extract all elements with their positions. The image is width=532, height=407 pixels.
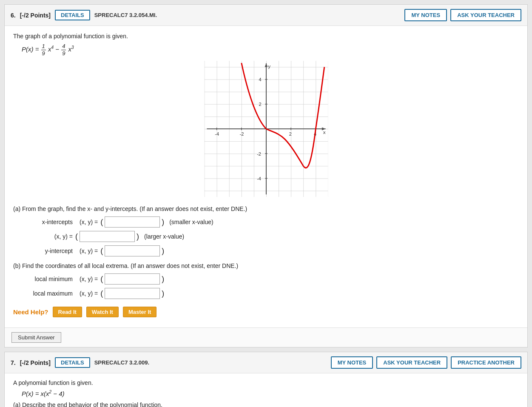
question-7-practice-another-button[interactable]: PRACTICE ANOTHER (451, 356, 521, 369)
xy-eq-label-5: (x, y) = (80, 290, 98, 297)
part-a-section: (a) From the graph, find the x- and y-in… (13, 205, 519, 256)
y-intercept-label: y-intercept (22, 248, 73, 254)
part-a-label: (a) From the graph, find the x- and y-in… (13, 205, 519, 212)
x-intercept-smaller-input[interactable] (105, 216, 160, 228)
close-paren-1: ) (162, 218, 164, 227)
question-7-details-button[interactable]: DETAILS (55, 357, 90, 368)
open-paren-4: ( (100, 275, 103, 284)
local-min-coord: ( ) (100, 273, 164, 285)
need-help-label: Need Help? (13, 308, 48, 316)
y-intercept-row: y-intercept (x, y) = ( ) (22, 245, 519, 256)
question-6-number: 6. (11, 12, 16, 19)
label-y-4: 4 (259, 77, 261, 82)
question-6-formula: P(x) = 1 9 x4 − 4 9 x3 (22, 43, 519, 57)
question-7-points: [-/2 Points] (20, 359, 51, 366)
larger-x-hint: (larger x-value) (144, 233, 184, 240)
question-6-block: 6. [-/2 Points] DETAILS SPRECALC7 3.2.05… (4, 4, 528, 347)
local-max-input[interactable] (105, 288, 160, 299)
y-intercept-coord: ( ) (100, 245, 164, 256)
open-paren-3: ( (100, 247, 103, 256)
question-7-formula: P(x) = x(x2 − 4) (22, 390, 519, 397)
x-intercept-smaller-coord: ( ) (100, 216, 164, 228)
xy-eq-label-2: (x, y) = (22, 233, 73, 240)
label-y-2: 2 (259, 102, 261, 107)
question-7-header-buttons: MY NOTES ASK YOUR TEACHER PRACTICE ANOTH… (331, 356, 521, 369)
question-6-header: 6. [-/2 Points] DETAILS SPRECALC7 3.2.05… (5, 5, 527, 26)
submit-answer-button[interactable]: Submit Answer (11, 332, 61, 343)
xy-eq-label-4: (x, y) = (80, 276, 98, 282)
question-6-body: The graph of a polynomial function is gi… (5, 26, 527, 327)
question-7-number: 7. (11, 359, 16, 366)
question-7-header-left: 7. [-/2 Points] DETAILS SPRECALC7 3.2.00… (11, 357, 149, 368)
question-6-code: SPRECALC7 3.2.054.MI. (94, 12, 157, 18)
submit-row: Submit Answer (5, 327, 527, 347)
x-intercept-smaller-row: x-intercepts (x, y) = ( ) (smaller x-val… (22, 216, 519, 228)
read-it-button[interactable]: Read It (53, 307, 82, 317)
close-paren-5: ) (162, 289, 164, 298)
smaller-x-hint: (smaller x-value) (169, 219, 213, 225)
part-b-section: (b) Find the coordinates of all local ex… (13, 262, 519, 299)
open-paren-1: ( (100, 218, 103, 227)
question-6-details-button[interactable]: DETAILS (55, 10, 90, 20)
x-intercept-larger-row: (x, y) = ( ) (larger x-value) (22, 231, 519, 242)
x-axis-label: x (323, 129, 325, 135)
question-6-header-buttons: MY NOTES ASK YOUR TEACHER (404, 9, 521, 21)
label-x-neg4: -4 (215, 131, 219, 137)
local-max-row: local maximum (x, y) = ( ) (22, 288, 519, 299)
question-7-header: 7. [-/2 Points] DETAILS SPRECALC7 3.2.00… (5, 352, 527, 373)
local-max-coord: ( ) (100, 288, 164, 299)
need-help-row: Need Help? Read It Watch It Master It (13, 307, 519, 317)
question-7-part-a-label: (a) Describe the end behavior of the pol… (13, 401, 519, 407)
question-6-my-notes-button[interactable]: MY NOTES (404, 9, 447, 21)
label-x-2: 2 (289, 131, 291, 137)
xy-eq-label-1: (x, y) = (80, 219, 98, 225)
watch-it-button[interactable]: Watch It (86, 307, 119, 317)
fraction-1-4: 1 9 (41, 43, 46, 57)
local-min-label: local minimum (22, 276, 73, 282)
question-6-description: The graph of a polynomial function is gi… (13, 33, 519, 40)
label-y-neg4: -4 (257, 176, 261, 181)
local-min-row: local minimum (x, y) = ( ) (22, 273, 519, 285)
question-7-ask-teacher-button[interactable]: ASK YOUR TEACHER (376, 356, 447, 369)
y-axis-label: y (268, 64, 270, 69)
graph-svg: x y -4 -2 2 4 4 (198, 61, 334, 197)
x-intercept-larger-coord: ( ) (75, 231, 139, 242)
question-7-description: A polynomial function is given. (13, 379, 519, 386)
x-intercept-larger-input[interactable] (80, 231, 135, 242)
part-b-label: (b) Find the coordinates of all local ex… (13, 262, 519, 269)
close-paren-3: ) (162, 247, 164, 256)
master-it-button[interactable]: Master It (123, 307, 156, 317)
label-x-neg2: -2 (239, 131, 244, 137)
question-6-points: [-/2 Points] (20, 12, 51, 19)
question-7-code: SPRECALC7 3.2.009. (94, 359, 149, 366)
x-intercepts-label: x-intercepts (22, 219, 73, 225)
open-paren-2: ( (75, 232, 78, 241)
question-7-block: 7. [-/2 Points] DETAILS SPRECALC7 3.2.00… (4, 352, 528, 407)
xy-eq-label-3: (x, y) = (80, 248, 98, 254)
local-min-input[interactable] (105, 273, 160, 285)
local-max-label: local maximum (22, 290, 73, 297)
question-7-my-notes-button[interactable]: MY NOTES (331, 356, 373, 369)
graph-container: x y -4 -2 2 4 4 (13, 61, 519, 197)
y-intercept-input[interactable] (105, 245, 160, 256)
question-6-header-left: 6. [-/2 Points] DETAILS SPRECALC7 3.2.05… (11, 10, 157, 20)
close-paren-2: ) (137, 232, 139, 241)
fraction-4-9: 4 9 (61, 43, 66, 57)
question-6-ask-teacher-button[interactable]: ASK YOUR TEACHER (450, 9, 521, 21)
close-paren-4: ) (162, 275, 164, 284)
label-y-neg2: -2 (257, 151, 261, 157)
question-7-body: A polynomial function is given. P(x) = x… (5, 373, 527, 407)
open-paren-5: ( (100, 289, 103, 298)
